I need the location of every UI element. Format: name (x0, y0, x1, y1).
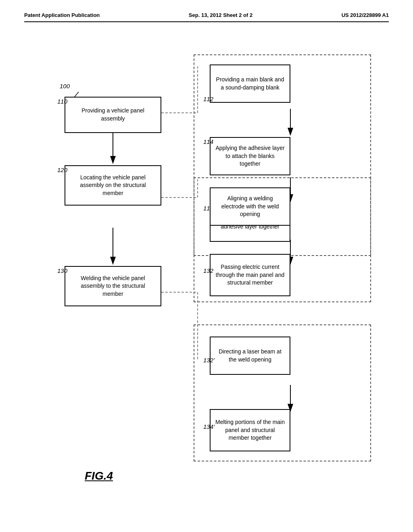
box-112-text: Providing a main blank and a sound-dampi… (215, 76, 285, 91)
box-134p: Melting portions of the main panel and s… (210, 409, 290, 451)
box-120: Locating the vehicle panel assembly on t… (65, 165, 161, 206)
ref-134p: 134’ (203, 423, 215, 430)
ref-120: 120 (57, 166, 67, 173)
diagram-area: 100 Providing a vehicle panel assembly 1… (24, 30, 389, 514)
box-131: Aligning a welding electrode with the we… (210, 187, 290, 226)
page-header: Patent Application Publication Sep. 13, … (24, 12, 389, 22)
header-left: Patent Application Publication (24, 12, 100, 18)
ref-132: 132 (203, 267, 213, 274)
box-132-text: Passing electric current through the mai… (215, 263, 285, 287)
ref-132p: 132’ (203, 357, 215, 364)
box-112: Providing a main blank and a sound-dampi… (210, 64, 290, 103)
box-132: Passing electric current through the mai… (210, 254, 290, 296)
ref-114: 114 (203, 138, 213, 145)
header-center: Sep. 13, 2012 Sheet 2 of 2 (189, 12, 252, 18)
box-130-text: Welding the vehicle panel assembly to th… (70, 274, 156, 298)
box-134p-text: Melting portions of the main panel and s… (215, 418, 285, 442)
figure-label: FIG.4 (85, 470, 113, 482)
ref-100: 100 (60, 83, 70, 89)
box-120-text: Locating the vehicle panel assembly on t… (70, 174, 156, 197)
box-131-text: Aligning a welding electrode with the we… (215, 195, 285, 218)
box-130: Welding the vehicle panel assembly to th… (65, 266, 161, 306)
ref-130: 130 (57, 267, 67, 274)
box-132p: Directing a laser beam at the weld openi… (210, 337, 290, 375)
box-114: Applying the adhesive layer to attach th… (210, 137, 290, 175)
box-110: Providing a vehicle panel assembly (65, 97, 161, 133)
ref-110: 110 (57, 98, 67, 105)
box-114-text: Applying the adhesive layer to attach th… (215, 144, 285, 168)
page: Patent Application Publication Sep. 13, … (0, 0, 413, 532)
box-132p-text: Directing a laser beam at the weld openi… (215, 348, 285, 364)
header-right: US 2012/228899 A1 (342, 12, 389, 18)
box-110-text: Providing a vehicle panel assembly (70, 107, 156, 123)
ref-112: 112 (203, 96, 213, 102)
